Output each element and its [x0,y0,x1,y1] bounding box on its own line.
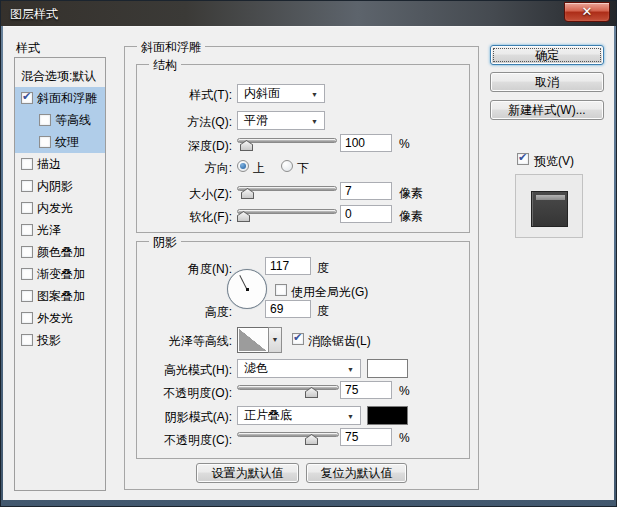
altitude-input[interactable] [265,300,311,318]
structure-title: 结构 [149,57,181,74]
close-button[interactable]: ✕ [564,2,610,22]
soften-label: 软化(F): [137,209,232,226]
depth-unit: % [399,137,410,151]
angle-label: 角度(N): [137,261,232,278]
style-item-drop-shadow[interactable]: 投影 [15,329,105,351]
highlight-opacity-label: 不透明度(O): [137,385,232,402]
pattern-overlay-checkbox[interactable] [21,290,33,302]
style-item-inner-glow[interactable]: 内发光 [15,197,105,219]
style-item-bevel-emboss[interactable]: 斜面和浮雕 [15,87,105,109]
size-slider[interactable] [237,183,337,198]
altitude-label: 高度: [137,304,232,321]
soften-input[interactable] [340,205,392,223]
highlight-opacity-thumb[interactable] [305,387,318,398]
color-overlay-checkbox[interactable] [21,246,33,258]
direction-up-label: 上 [253,160,265,177]
direction-label: 方向: [137,160,232,177]
shadow-opacity-thumb[interactable] [305,434,318,445]
angle-dial[interactable] [227,269,267,309]
gloss-contour-arrow-button[interactable]: ▼ [268,327,282,353]
highlight-opacity-slider[interactable] [237,382,339,397]
highlight-opacity-unit: % [399,384,410,398]
shadow-mode-dropdown[interactable]: 正片叠底 ▼ [237,406,361,425]
shadow-color-swatch[interactable] [367,406,408,425]
inner-shadow-checkbox[interactable] [21,180,33,192]
satin-checkbox[interactable] [21,224,33,236]
chevron-down-icon: ▼ [311,91,318,98]
highlight-mode-label: 高光模式(H): [137,362,232,379]
highlight-color-swatch[interactable] [367,359,408,378]
method-dropdown[interactable]: 平滑 ▼ [237,111,325,130]
method-label: 方法(Q): [137,114,232,131]
style-dropdown[interactable]: 内斜面 ▼ [237,84,325,103]
style-label: 样式(T): [137,87,232,104]
chevron-down-icon: ▼ [311,118,318,125]
style-item-satin[interactable]: 光泽 [15,219,105,241]
titlebar[interactable]: 图层样式 ✕ [1,1,616,26]
gloss-contour-swatch[interactable] [237,327,269,353]
set-default-button[interactable]: 设置为默认值 [196,463,299,483]
shadow-opacity-slider[interactable] [237,429,339,444]
altitude-unit: 度 [317,303,329,320]
highlight-opacity-input[interactable] [340,381,392,399]
inner-glow-checkbox[interactable] [21,202,33,214]
style-item-gradient-overlay[interactable]: 渐变叠加 [15,263,105,285]
drop-shadow-checkbox[interactable] [21,334,33,346]
new-style-button[interactable]: 新建样式(W)... [490,100,604,120]
shadow-opacity-label: 不透明度(C): [137,432,232,449]
preview-thumbnail [515,174,583,238]
style-item-contour[interactable]: 等高线 [15,109,105,131]
style-item-outer-glow[interactable]: 外发光 [15,307,105,329]
shadow-opacity-input[interactable] [340,428,392,446]
style-item-inner-shadow[interactable]: 内阴影 [15,175,105,197]
chevron-down-icon: ▼ [272,336,279,343]
antialias-label: 消除锯齿(L) [308,333,371,350]
angle-unit: 度 [317,260,329,277]
global-light-checkbox[interactable] [275,284,287,296]
style-item-texture[interactable]: 纹理 [15,131,105,153]
stroke-checkbox[interactable] [21,158,33,170]
style-item-color-overlay[interactable]: 颜色叠加 [15,241,105,263]
ok-button[interactable]: 确定 [490,45,604,65]
shading-title: 阴影 [149,234,181,251]
chevron-down-icon: ▼ [347,366,354,373]
depth-slider[interactable] [237,135,337,150]
cancel-button[interactable]: 取消 [490,72,604,92]
chevron-down-icon: ▼ [347,413,354,420]
style-item-stroke[interactable]: 描边 [15,153,105,175]
layer-style-dialog: 图层样式 ✕ 样式 混合选项:默认 斜面和浮雕 等高线 纹理 描边 内阴影 内发… [0,0,617,507]
soften-slider-thumb[interactable] [237,211,250,222]
direction-down-label: 下 [297,160,309,177]
angle-input[interactable] [265,257,311,275]
depth-label: 深度(D): [137,138,232,155]
window-title: 图层样式 [10,6,58,23]
style-item-pattern-overlay[interactable]: 图案叠加 [15,285,105,307]
antialias-checkbox[interactable] [292,333,304,345]
soften-slider[interactable] [237,206,337,221]
size-input[interactable] [340,182,392,200]
texture-checkbox[interactable] [39,136,51,148]
preview-checkbox[interactable] [517,153,529,165]
depth-input[interactable] [340,134,392,152]
style-item-blending-options[interactable]: 混合选项:默认 [15,65,105,87]
direction-down-radio[interactable] [281,160,293,172]
direction-up-radio[interactable] [237,160,249,172]
global-light-label: 使用全局光(G) [291,284,368,301]
dialog-body: 样式 混合选项:默认 斜面和浮雕 等高线 纹理 描边 内阴影 内发光 光泽 颜色… [3,26,614,500]
outer-glow-checkbox[interactable] [21,312,33,324]
panel-title: 斜面和浮雕 [137,39,205,56]
size-label: 大小(Z): [137,186,232,203]
shadow-mode-label: 阴影模式(A): [137,409,232,426]
styles-list-header: 样式 [16,40,40,57]
contour-checkbox[interactable] [39,114,51,126]
highlight-mode-dropdown[interactable]: 滤色 ▼ [237,359,361,378]
preview-label: 预览(V) [534,153,574,170]
reset-default-button[interactable]: 复位为默认值 [306,463,407,483]
size-slider-thumb[interactable] [241,188,254,199]
gradient-overlay-checkbox[interactable] [21,268,33,280]
size-unit: 像素 [399,185,423,202]
depth-slider-thumb[interactable] [240,140,253,151]
shadow-opacity-unit: % [399,431,410,445]
bevel-emboss-checkbox[interactable] [21,92,33,104]
preview-bevel-square [531,191,568,227]
